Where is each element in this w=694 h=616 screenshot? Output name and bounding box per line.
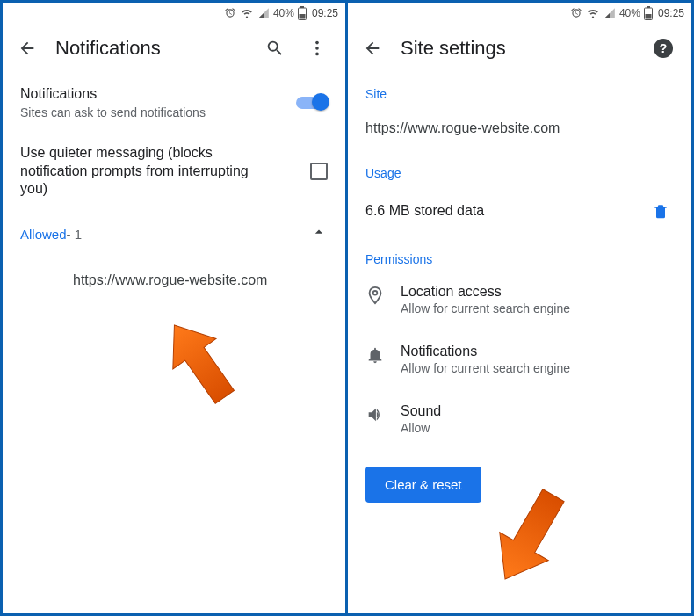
back-button[interactable]	[351, 27, 394, 69]
site-url: https://www.rogue-website.com	[365, 105, 674, 152]
help-icon: ?	[654, 39, 673, 58]
sound-icon	[365, 405, 385, 424]
back-arrow-icon	[363, 39, 382, 58]
permission-subtitle: Allow for current search engine	[401, 301, 674, 315]
permission-title: Location access	[401, 284, 674, 300]
allowed-site-item[interactable]: https://www.rogue-website.com	[20, 257, 328, 304]
notifications-subtitle: Sites can ask to send notifications	[20, 105, 293, 120]
more-vert-icon	[307, 39, 327, 58]
svg-point-4	[315, 47, 319, 50]
permission-location-row[interactable]: Location access Allow for current search…	[365, 270, 674, 330]
bell-icon	[365, 345, 385, 365]
svg-point-5	[315, 53, 319, 56]
allowed-section-header[interactable]: Allowed - 1	[20, 211, 328, 257]
svg-point-3	[315, 41, 319, 45]
permission-title: Notifications	[401, 344, 674, 359]
notifications-switch-on[interactable]	[296, 93, 328, 111]
quieter-messaging-title: Use quieter messaging (blocks notificati…	[20, 144, 275, 199]
quieter-checkbox-unchecked[interactable]	[310, 163, 328, 180]
delete-usage-button[interactable]	[647, 198, 674, 224]
app-header-right: Site settings ?	[348, 24, 691, 73]
permissions-section-label: Permissions	[365, 238, 674, 270]
permission-notifications-row[interactable]: Notifications Allow for current search e…	[365, 330, 674, 389]
back-arrow-icon	[18, 39, 37, 58]
usage-text: 6.6 MB stored data	[365, 203, 647, 219]
location-icon	[365, 286, 385, 305]
site-section-label: Site	[365, 73, 674, 105]
quieter-messaging-row[interactable]: Use quieter messaging (blocks notificati…	[20, 132, 328, 211]
notifications-toggle-row[interactable]: Notifications Sites can ask to send noti…	[20, 73, 328, 132]
allowed-label: Allowed	[20, 227, 67, 242]
usage-section-label: Usage	[365, 152, 674, 184]
page-title: Notifications	[48, 37, 254, 60]
back-button[interactable]	[6, 27, 48, 69]
page-title: Site settings	[394, 37, 642, 60]
search-button[interactable]	[254, 27, 296, 69]
permission-subtitle: Allow	[401, 421, 674, 435]
permission-title: Sound	[401, 403, 674, 419]
svg-point-9	[373, 291, 378, 295]
permission-subtitle: Allow for current search engine	[401, 361, 674, 375]
usage-row[interactable]: 6.6 MB stored data	[365, 184, 674, 238]
trash-icon	[652, 202, 669, 220]
overflow-menu-button[interactable]	[296, 27, 338, 69]
chevron-up-icon	[310, 223, 328, 241]
allowed-site-url: https://www.rogue-website.com	[73, 272, 267, 287]
permission-sound-row[interactable]: Sound Allow	[365, 389, 674, 449]
search-icon	[265, 39, 285, 58]
notifications-title: Notifications	[20, 85, 293, 104]
clear-and-reset-button[interactable]: Clear & reset	[365, 467, 481, 503]
help-button[interactable]: ?	[642, 27, 684, 69]
app-header-left: Notifications	[3, 24, 345, 73]
allowed-count: - 1	[67, 227, 83, 242]
